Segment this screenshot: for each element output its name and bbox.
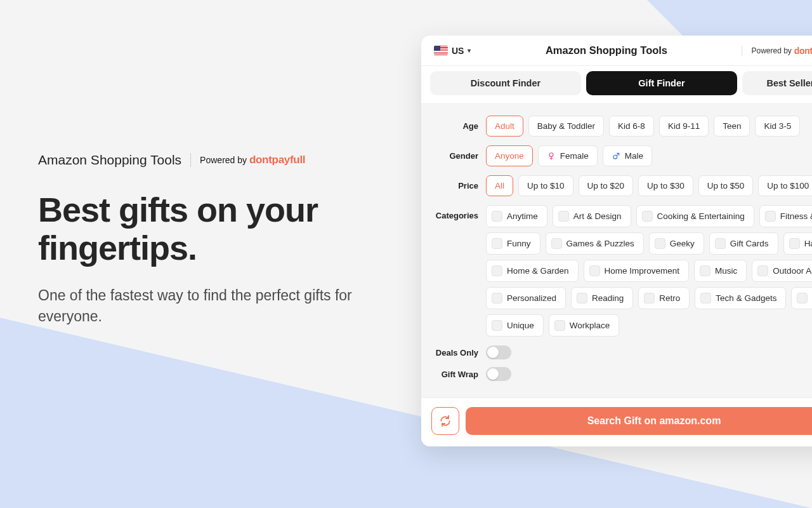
tab-best-sellers[interactable]: Best Sellers (742, 71, 812, 95)
label-price: Price (431, 175, 486, 190)
label-gift-wrap: Gift Wrap (431, 370, 486, 379)
chip-age-teen[interactable]: Teen (714, 116, 750, 137)
chip-category-label: Personalized (507, 293, 556, 303)
chevron-down-icon: ▾ (468, 47, 471, 54)
checkbox-icon (765, 211, 776, 222)
age-chips: Adult Baby & Toddler Kid 6-8 Kid 9-11 Te… (486, 116, 800, 137)
checkbox-icon (577, 293, 587, 304)
row-deals-only: Deals Only (431, 345, 812, 359)
chip-category-label: Anytime (507, 211, 538, 221)
chip-age-kid-9-11[interactable]: Kid 9-11 (659, 116, 709, 137)
chip-price-30[interactable]: Up to $30 (638, 175, 693, 196)
row-categories: Categories AnytimeArt & DesignCooking & … (431, 205, 812, 337)
chip-price-10[interactable]: Up to $10 (518, 175, 573, 196)
chip-gender-male[interactable]: Male (603, 145, 652, 166)
chip-category-label: Workplace (570, 321, 610, 330)
chip-category-label: Art & Design (573, 211, 622, 221)
row-price: Price All Up to $10 Up to $20 Up to $30 … (431, 175, 812, 196)
chip-category[interactable]: Tech & Gadgets (695, 287, 786, 309)
chip-category-label: Outdoor Ad (773, 266, 812, 276)
chip-category[interactable]: Personalized (486, 287, 566, 309)
promo-sub: One of the fastest way to find the perfe… (38, 285, 368, 328)
checkbox-icon (789, 238, 800, 249)
chip-gender-female[interactable]: Female (538, 145, 598, 166)
chip-category[interactable]: Hap (783, 232, 812, 255)
locale-code: US (452, 46, 464, 56)
chip-category[interactable]: Home & Garden (486, 260, 579, 282)
chip-category[interactable]: Unique (486, 314, 544, 337)
chip-category[interactable]: Cooking & Entertaining (636, 205, 754, 227)
promo-powered-label: Powered by (200, 155, 247, 165)
svg-point-3 (613, 155, 617, 159)
search-gift-button[interactable]: Search Gift on amazon.com (466, 407, 812, 435)
toggle-gift-wrap[interactable] (486, 367, 511, 381)
chip-category[interactable]: Geeky (649, 232, 704, 255)
checkbox-icon (715, 238, 726, 249)
chip-gender-anyone[interactable]: Anyone (486, 145, 533, 166)
chip-category-label: Home Improvement (605, 266, 680, 276)
chip-category[interactable]: Retro (638, 287, 690, 309)
chip-category[interactable]: Workplace (549, 314, 620, 337)
chip-category[interactable]: Gift Cards (709, 232, 778, 255)
chip-category-label: Reading (592, 293, 624, 303)
checkbox-icon (492, 320, 502, 331)
label-deals-only: Deals Only (431, 348, 486, 358)
toggle-deals-only[interactable] (486, 345, 511, 359)
checkbox-icon (644, 293, 655, 304)
female-icon (547, 152, 556, 161)
chip-category[interactable]: Reading (571, 287, 633, 309)
tool-panel: US ▾ Amazon Shopping Tools Powered by do… (421, 36, 812, 446)
chip-category-label: Tech & Gadgets (716, 293, 776, 303)
chip-category-label: Unique (507, 321, 534, 330)
promo-headline: Best gifts on your fingertips. (38, 190, 368, 267)
flag-us-icon (434, 46, 448, 55)
panel-brand: dontpayfull (794, 46, 812, 56)
locale-selector[interactable]: US ▾ (434, 46, 471, 56)
checkbox-icon (700, 265, 710, 276)
row-gender: Gender Anyone Female Male (431, 145, 812, 166)
chip-category[interactable]: Funny (486, 232, 540, 255)
chip-category[interactable]: Tra (791, 287, 812, 309)
label-gender: Gender (431, 145, 486, 161)
chip-age-adult[interactable]: Adult (486, 116, 523, 137)
promo-app-name: Amazon Shopping Tools (38, 152, 181, 168)
chip-category[interactable]: Anytime (486, 205, 547, 227)
chip-category-label: Home & Garden (507, 266, 569, 276)
chip-price-100[interactable]: Up to $100 (758, 175, 812, 196)
chip-category[interactable]: Fitness & (759, 205, 812, 227)
chip-category[interactable]: Games & Puzzles (546, 232, 644, 255)
panel-powered: Powered by dontpayfull (742, 46, 812, 56)
chip-age-baby[interactable]: Baby & Toddler (528, 116, 604, 137)
divider (190, 153, 191, 167)
chip-age-kid-6-8[interactable]: Kid 6-8 (609, 116, 654, 137)
tab-discount-finder[interactable]: Discount Finder (430, 71, 581, 95)
chip-category[interactable]: Outdoor Ad (752, 260, 812, 282)
label-age: Age (431, 116, 486, 131)
row-gift-wrap: Gift Wrap (431, 367, 812, 381)
chip-category[interactable]: Home Improvement (584, 260, 690, 282)
chip-price-all[interactable]: All (486, 175, 513, 196)
reset-button[interactable] (431, 407, 459, 435)
chip-category[interactable]: Music (694, 260, 747, 282)
promo-block: Amazon Shopping Tools Powered by dontpay… (38, 152, 368, 328)
checkbox-icon (551, 238, 562, 249)
checkbox-icon (492, 265, 502, 276)
chip-category-label: Funny (507, 239, 531, 248)
row-age: Age Adult Baby & Toddler Kid 6-8 Kid 9-1… (431, 116, 812, 137)
chip-category[interactable]: Art & Design (553, 205, 631, 227)
checkbox-icon (757, 265, 768, 276)
promo-powered: Powered by dontpayfull (200, 154, 305, 166)
chip-category-label: Games & Puzzles (566, 239, 634, 248)
price-chips: All Up to $10 Up to $20 Up to $30 Up to … (486, 175, 812, 196)
checkbox-icon (554, 320, 565, 331)
chip-age-kid-3-5[interactable]: Kid 3-5 (755, 116, 800, 137)
panel-title: Amazon Shopping Tools (480, 44, 733, 57)
chip-price-50[interactable]: Up to $50 (698, 175, 754, 196)
chip-price-20[interactable]: Up to $20 (579, 175, 634, 196)
tab-gift-finder[interactable]: Gift Finder (586, 71, 737, 95)
chip-category-label: Fitness & (780, 211, 812, 221)
checkbox-icon (558, 211, 569, 222)
panel-header: US ▾ Amazon Shopping Tools Powered by do… (421, 36, 812, 66)
chip-category-label: Hap (804, 239, 812, 248)
checkbox-icon (492, 211, 502, 222)
